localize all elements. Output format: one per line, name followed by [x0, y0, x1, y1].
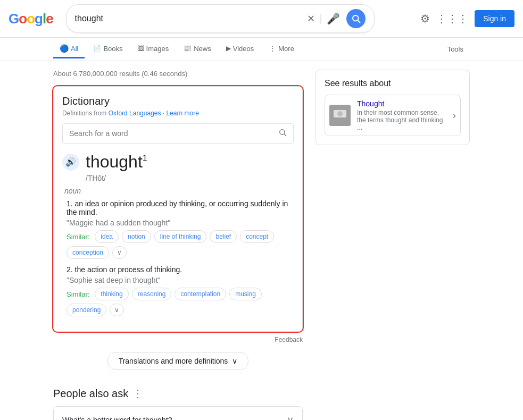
knowledge-desc: In their most common sense, the terms th… — [357, 109, 446, 131]
similar-label-1: Similar: — [67, 233, 89, 241]
paa-options-icon[interactable]: ⋮ — [132, 387, 143, 400]
definition-2: 2. the action or process of thinking. "S… — [67, 265, 294, 316]
all-icon: 🔵 — [60, 44, 69, 53]
dictionary-source: Definitions from Oxford Languages · Lear… — [62, 110, 294, 117]
nav-tabs: 🔵 All 📄 Books 🖼 Images 📰 News ▶ Videos ⋮… — [0, 38, 523, 61]
see-results-title: See results about — [325, 79, 461, 88]
def-number-2: 2. — [67, 265, 75, 274]
more-similar-chip[interactable]: ∨ — [112, 246, 127, 259]
paa-item-1[interactable]: What's a better word for thought? ∨ — [53, 406, 303, 420]
settings-icon[interactable]: ⚙ — [420, 12, 430, 25]
search-icon[interactable] — [346, 9, 366, 28]
dictionary-search-input[interactable] — [69, 129, 278, 138]
similar-chip[interactable]: conception — [67, 246, 109, 259]
phonetic: /THôt/ — [86, 174, 294, 182]
results-count: About 6,780,000,000 results (0.46 second… — [53, 70, 303, 78]
search-bar-wrapper: ✕ | 🎤 — [66, 4, 375, 33]
more-similar-chip-2[interactable]: ∨ — [110, 304, 124, 316]
dictionary-title: Dictionary — [62, 95, 294, 107]
svg-point-6 — [337, 111, 343, 116]
tab-videos[interactable]: ▶ Videos — [220, 40, 261, 58]
divider: | — [319, 13, 322, 25]
translations-button[interactable]: Translations and more definitions ∨ — [107, 352, 249, 370]
word-title: thought1 — [86, 152, 147, 172]
similar-chip[interactable]: contemplation — [175, 288, 226, 300]
sign-in-button[interactable]: Sign in — [475, 10, 514, 27]
def-example-2: "Sophie sat deep in thought" — [67, 276, 294, 284]
similar-chip[interactable]: thinking — [95, 288, 128, 300]
part-of-speech: noun — [64, 187, 294, 195]
microphone-icon[interactable]: 🎤 — [327, 12, 340, 25]
similar-chip[interactable]: concept — [240, 230, 274, 243]
speaker-button[interactable]: 🔊 — [62, 154, 79, 171]
similar-chip[interactable]: line of thinking — [154, 230, 207, 243]
dictionary-card: Dictionary Definitions from Oxford Langu… — [53, 86, 303, 332]
images-icon: 🖼 — [138, 45, 144, 52]
google-logo: Google — [9, 11, 53, 27]
similar-chip[interactable]: musing — [229, 288, 262, 300]
svg-line-1 — [358, 20, 360, 22]
paa-title: People also ask — [53, 388, 128, 400]
people-also-ask-section: People also ask ⋮ What's a better word f… — [53, 387, 303, 420]
clear-icon[interactable]: ✕ — [307, 13, 315, 24]
chevron-down-icon: ∨ — [232, 357, 237, 365]
more-icon: ⋮ — [269, 44, 276, 53]
chevron-right-icon: › — [453, 110, 456, 121]
books-icon: 📄 — [93, 45, 101, 52]
similar-chip[interactable]: idea — [95, 230, 119, 243]
news-icon: 📰 — [184, 45, 192, 52]
tab-images[interactable]: 🖼 Images — [131, 40, 176, 58]
apps-icon[interactable]: ⋮⋮⋮ — [436, 12, 468, 25]
svg-line-3 — [284, 134, 286, 136]
similar-chip[interactable]: belief — [210, 230, 237, 243]
def-number-1: 1. — [67, 199, 75, 208]
search-input[interactable] — [75, 14, 303, 23]
header: Google ✕ | 🎤 ⚙ ⋮⋮⋮ Sign in — [0, 0, 523, 38]
dictionary-search-icon — [278, 128, 287, 139]
similar-chip[interactable]: reasoning — [132, 288, 172, 300]
see-results-card: See results about Thought In their most … — [316, 70, 470, 145]
tab-all[interactable]: 🔵 All — [53, 40, 85, 58]
similar-label-2: Similar: — [67, 290, 89, 298]
header-actions: ⚙ ⋮⋮⋮ Sign in — [420, 10, 514, 27]
knowledge-thumbnail — [329, 105, 351, 126]
chevron-down-icon: ∨ — [287, 414, 294, 420]
definition-1: 1. an idea or opinion produced by thinki… — [67, 199, 294, 259]
knowledge-name: Thought — [357, 99, 446, 108]
videos-icon: ▶ — [226, 45, 231, 52]
similar-chip[interactable]: pondering — [67, 304, 106, 316]
learn-more-link[interactable]: Learn more — [166, 110, 198, 117]
feedback-link-1[interactable]: Feedback — [53, 336, 303, 343]
def-example-1: "Maggie had a sudden thought" — [67, 219, 294, 227]
similar-chip[interactable]: notion — [122, 230, 151, 243]
tab-more[interactable]: ⋮ More — [262, 40, 301, 58]
tab-news[interactable]: 📰 News — [177, 40, 218, 58]
tools-tab[interactable]: Tools — [441, 41, 470, 57]
knowledge-panel-item[interactable]: Thought In their most common sense, the … — [325, 95, 461, 136]
oxford-link[interactable]: Oxford Languages — [109, 110, 161, 117]
tab-books[interactable]: 📄 Books — [87, 40, 129, 58]
